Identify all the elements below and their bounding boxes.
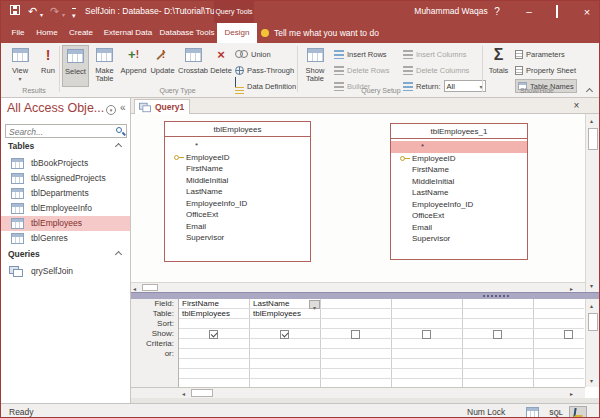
close-document-icon[interactable]: × (570, 99, 583, 112)
query-design-grid[interactable]: FirstName LastName ▾ tblEmployees tblEmp… (179, 299, 584, 387)
field-row-employeeinfo-id[interactable]: EmployeeInfo_ID (391, 199, 527, 211)
collapse-tables-icon[interactable] (115, 143, 122, 150)
tab-file[interactable]: File (5, 23, 31, 43)
field-row-firstname[interactable]: FirstName (165, 163, 310, 175)
pane-splitter[interactable] (131, 292, 600, 299)
sidebar-item-qryselfjoin[interactable]: qrySelfJoin (1, 264, 130, 279)
field-row-middleinitial[interactable]: MiddleInitial (165, 175, 310, 187)
show-checkbox-4[interactable] (422, 330, 431, 339)
scroll-right-icon[interactable]: ▸ (570, 285, 573, 292)
undo-dropdown-icon[interactable]: ▾ (40, 9, 43, 22)
totals-button[interactable]: Σ Totals (485, 45, 512, 87)
field-row-asterisk-selected[interactable]: * (391, 141, 527, 153)
field-row-officeext[interactable]: OfficeExt (165, 209, 310, 221)
field-list-title[interactable]: tblEmployees_1 (391, 124, 527, 139)
maximize-button[interactable] (547, 1, 567, 23)
tab-create[interactable]: Create (63, 23, 99, 43)
search-box[interactable] (5, 124, 127, 138)
scroll-up-icon[interactable]: ▴ (590, 117, 593, 124)
tab-home[interactable]: Home (31, 23, 63, 43)
tell-me-box[interactable]: Tell me what you want to do (261, 23, 379, 43)
show-checkbox-2[interactable] (280, 330, 289, 339)
insert-rows-button[interactable]: Insert Rows (334, 47, 387, 61)
field-row-employeeinfo-id[interactable]: EmployeeInfo_ID (165, 198, 310, 210)
field-row-supervisor[interactable]: Supervisor (165, 232, 310, 244)
nav-pane-shutter-icon[interactable]: « (120, 102, 126, 113)
grid-vscrollbar[interactable]: ▴ ▾ (585, 299, 600, 387)
make-table-button[interactable]: Make Table (91, 45, 118, 87)
show-checkbox-1[interactable] (209, 330, 218, 339)
update-query-button[interactable]: ! Update (149, 45, 176, 87)
grid-table-cell-1[interactable]: tblEmployees (182, 309, 230, 319)
scroll-thumb[interactable] (588, 313, 598, 331)
crosstab-query-button[interactable]: Crosstab (178, 45, 208, 87)
grid-table-cell-2[interactable]: tblEmployees (253, 309, 301, 319)
scroll-left-icon[interactable]: ◂ (133, 285, 136, 292)
field-row-asterisk[interactable]: * (165, 140, 310, 152)
field-list-tblemployees-1[interactable]: tblEmployees_1 * EmployeeID FirstName Mi… (390, 123, 528, 260)
field-row-email[interactable]: Email (165, 221, 310, 233)
sql-view-button[interactable]: SQL (547, 406, 565, 418)
show-checkbox-6[interactable] (564, 330, 573, 339)
field-row-email[interactable]: Email (391, 222, 527, 234)
field-row-employeeid[interactable]: EmployeeID (165, 152, 310, 164)
run-button[interactable]: ! Run (37, 45, 59, 87)
close-button[interactable]: × (577, 1, 597, 23)
field-list-title[interactable]: tblEmployees (165, 122, 310, 137)
undo-icon[interactable]: ↶ (28, 5, 37, 18)
design-view-button[interactable] (569, 406, 587, 418)
scroll-up-icon[interactable]: ▴ (590, 302, 593, 309)
scroll-down-icon[interactable]: ▾ (590, 377, 593, 384)
sidebar-item-tblassignedprojects[interactable]: tblAssignedProjects (1, 171, 130, 186)
delete-query-button[interactable]: × Delete (209, 45, 233, 87)
show-checkbox-5[interactable] (493, 330, 502, 339)
queries-section-header[interactable]: Queries (1, 248, 130, 261)
grid-hscrollbar[interactable]: ◂ ▸ (179, 387, 585, 398)
field-row-officeext[interactable]: OfficeExt (391, 210, 527, 222)
save-icon[interactable] (10, 5, 20, 15)
sidebar-item-tblgenres[interactable]: tblGenres (1, 231, 130, 246)
scroll-thumb[interactable] (142, 284, 158, 291)
grid-field-cell-2[interactable]: LastName (253, 299, 289, 309)
pass-through-button[interactable]: Pass-Through (235, 63, 294, 77)
scroll-left-icon[interactable]: ◂ (182, 390, 185, 397)
select-query-button[interactable]: Select (62, 45, 89, 87)
search-input[interactable] (9, 126, 109, 137)
sidebar-item-tblemployees[interactable]: tblEmployees (1, 216, 130, 231)
nav-pane-menu-icon[interactable]: ▾ (106, 105, 116, 115)
scroll-right-icon[interactable]: ▸ (570, 390, 573, 397)
show-table-button[interactable]: Show Table (300, 45, 330, 87)
scroll-thumb[interactable] (191, 389, 213, 397)
grid-field-cell-1[interactable]: FirstName (182, 299, 219, 309)
parameters-button[interactable]: Parameters (515, 47, 565, 61)
field-row-employeeid[interactable]: EmployeeID (391, 153, 527, 165)
field-row-middleinitial[interactable]: MiddleInitial (391, 176, 527, 188)
account-user-name[interactable]: Muhammad Waqas (414, 6, 488, 16)
tab-design[interactable]: Design (217, 23, 257, 43)
field-row-lastname[interactable]: LastName (165, 186, 310, 198)
field-row-supervisor[interactable]: Supervisor (391, 233, 527, 245)
field-row-firstname[interactable]: FirstName (391, 164, 527, 176)
property-sheet-button[interactable]: Property Sheet (515, 63, 576, 77)
scroll-down-icon[interactable]: ▾ (590, 282, 593, 289)
qat-customize-icon[interactable]: ▾ (72, 8, 76, 22)
sidebar-item-tbbookprojects[interactable]: tbBookProjects (1, 156, 130, 171)
datasheet-view-button[interactable] (523, 406, 541, 418)
tab-database-tools[interactable]: Database Tools (157, 23, 217, 43)
field-list-tblemployees[interactable]: tblEmployees * EmployeeID FirstName Midd… (164, 121, 311, 262)
collapse-queries-icon[interactable] (115, 251, 122, 258)
query1-tab[interactable]: Query1 (134, 99, 190, 114)
sidebar-item-tbldepartments[interactable]: tblDepartments (1, 186, 130, 201)
sidebar-item-tblemployeeinfo[interactable]: tblEmployeeInfo (1, 201, 130, 216)
scroll-thumb[interactable] (588, 128, 598, 150)
help-button[interactable]: ? (489, 1, 505, 23)
field-row-lastname[interactable]: LastName (391, 187, 527, 199)
tab-external-data[interactable]: External Data (99, 23, 157, 43)
union-button[interactable]: Union (235, 47, 271, 61)
field-dropdown-button[interactable]: ▾ (309, 300, 320, 309)
nav-pane-title[interactable]: All Access Obje... (7, 101, 104, 115)
minimize-button[interactable]: – (519, 1, 539, 23)
show-checkbox-3[interactable] (351, 330, 360, 339)
append-query-button[interactable]: +! Append (120, 45, 147, 87)
toppane-vscrollbar[interactable]: ▴ ▾ (585, 114, 600, 292)
